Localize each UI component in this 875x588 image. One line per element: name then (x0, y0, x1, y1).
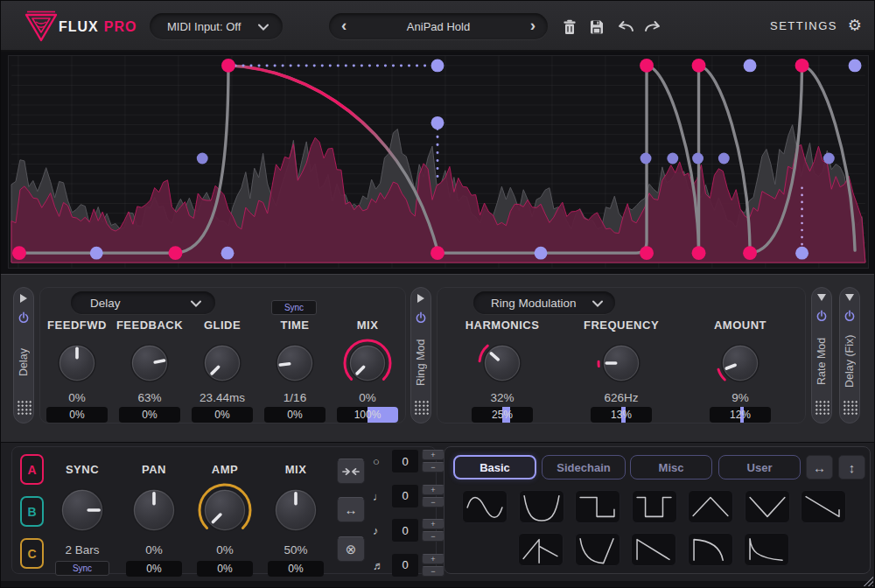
envelope-curve-handle[interactable] (197, 153, 208, 164)
gear-icon[interactable]: ⚙ (848, 16, 862, 35)
envelope-node-pink[interactable] (692, 246, 706, 260)
envelope-node-pink[interactable] (795, 59, 809, 73)
envelope-node-purple[interactable] (221, 247, 234, 260)
undo-icon[interactable] (615, 18, 636, 36)
stepper-increment-button[interactable]: + (422, 485, 444, 495)
drag-handle-icon[interactable] (17, 400, 32, 415)
expand-right-icon[interactable] (20, 294, 27, 303)
mod-amount-slider[interactable]: 0% (197, 561, 253, 577)
mod-amount-slider[interactable]: 13% (591, 407, 652, 423)
mod-amount-slider[interactable]: 0% (264, 407, 326, 423)
mod-amount-slider[interactable]: 0% (268, 561, 324, 577)
knob-glide[interactable] (197, 338, 248, 388)
lfo-sync-toggle[interactable]: Sync (55, 561, 109, 576)
preset-selector[interactable]: ‹ AniPad Hold › (329, 13, 548, 39)
envelope-curve-handle[interactable] (823, 153, 835, 164)
wave-tab-user[interactable]: User (718, 455, 801, 480)
knob-harmonics[interactable] (477, 338, 528, 388)
wave-tile-ramp-down[interactable] (631, 533, 676, 566)
stepper-increment-button[interactable]: + (422, 450, 444, 460)
envelope-node-purple[interactable] (744, 59, 757, 72)
wave-tile-triangle[interactable] (688, 490, 733, 523)
stretch-horizontal-button[interactable]: ↔ (337, 497, 365, 522)
mod-amount-slider[interactable]: 0% (119, 407, 180, 423)
rail-rate-mod[interactable]: Rate Mod (811, 287, 832, 424)
flip-vertical-button[interactable]: ↕ (838, 455, 865, 480)
knob-feedfwd[interactable] (52, 338, 102, 388)
envelope-node-purple[interactable] (535, 247, 548, 260)
envelope-node-pink[interactable] (640, 246, 654, 260)
envelope-editor[interactable] (8, 55, 869, 269)
drag-handle-icon[interactable] (843, 400, 858, 415)
expand-down-icon[interactable] (845, 294, 854, 301)
envelope-node-pink[interactable] (640, 59, 654, 73)
envelope-node-purple[interactable] (795, 247, 808, 260)
flip-horizontal-button[interactable]: ↔ (806, 455, 833, 480)
wave-tile-saw-down[interactable] (801, 490, 846, 523)
stepper-increment-button[interactable]: + (422, 519, 444, 529)
knob-mix[interactable] (342, 338, 393, 388)
power-icon[interactable] (414, 311, 428, 325)
knob-mix[interactable] (268, 482, 324, 538)
envelope-node-pink[interactable] (169, 246, 183, 260)
delay-effect-dropdown[interactable]: Delay (71, 291, 215, 314)
knob-sync[interactable] (54, 482, 110, 538)
wave-tab-basic[interactable]: Basic (453, 455, 536, 480)
envelope-node-purple[interactable] (431, 116, 444, 130)
power-icon[interactable] (815, 309, 829, 323)
mod-amount-slider[interactable]: 0% (126, 561, 182, 577)
delay-sync-toggle[interactable]: Sync (271, 300, 317, 315)
wave-tile-exp-decay[interactable] (744, 533, 789, 566)
stepper-decrement-button[interactable]: − (422, 462, 444, 472)
mod-amount-slider[interactable]: 25% (472, 407, 533, 423)
knob-amount[interactable] (715, 338, 766, 388)
drag-handle-icon[interactable] (815, 400, 830, 415)
save-icon[interactable] (588, 18, 606, 36)
knob-time[interactable] (270, 338, 320, 388)
rail-ring-mod[interactable]: Ring Mod (410, 287, 431, 424)
stepper-decrement-button[interactable]: − (422, 566, 444, 577)
envelope-curve-handle[interactable] (692, 153, 704, 164)
mod-amount-slider[interactable]: 100% (337, 407, 398, 423)
mod-amount-slider[interactable]: 12% (710, 407, 771, 423)
expand-right-icon[interactable] (417, 294, 424, 303)
stepper-increment-button[interactable]: + (422, 554, 444, 564)
knob-frequency[interactable] (596, 338, 647, 388)
envelope-node-pink[interactable] (430, 246, 444, 260)
preset-next-button[interactable]: › (530, 17, 536, 33)
envelope-node-purple[interactable] (431, 59, 444, 72)
wave-tile-plateau-drop[interactable] (688, 533, 733, 566)
knob-amp[interactable] (197, 482, 253, 538)
envelope-node-pink[interactable] (692, 59, 706, 73)
power-icon[interactable] (843, 309, 857, 323)
mod-amount-slider[interactable]: 0% (46, 407, 108, 423)
settings-button[interactable]: SETTINGS (770, 19, 837, 32)
expand-down-icon[interactable] (817, 294, 826, 301)
wave-tile-sine[interactable] (462, 490, 508, 523)
wave-tile-square-notch[interactable] (632, 490, 677, 523)
envelope-node-pink[interactable] (221, 59, 235, 73)
stepper-decrement-button[interactable]: − (422, 531, 444, 542)
rail-delay-fix[interactable]: Delay (Fix) (839, 287, 860, 424)
wave-tab-sidechain[interactable]: Sidechain (542, 455, 626, 480)
envelope-curve-handle[interactable] (667, 153, 678, 164)
drag-handle-icon[interactable] (414, 400, 429, 415)
envelope-node-purple[interactable] (90, 247, 103, 260)
power-icon[interactable] (17, 311, 31, 325)
envelope-node-purple[interactable] (849, 59, 862, 72)
ringmod-effect-dropdown[interactable]: Ring Modulation (473, 291, 615, 314)
cancel-button[interactable]: ⊗ (337, 536, 365, 562)
wave-tile-saw-updown[interactable] (518, 533, 564, 566)
trash-icon[interactable] (561, 18, 578, 36)
wave-tile-square[interactable] (575, 490, 620, 523)
redo-icon[interactable] (642, 18, 663, 36)
envelope-node-pink[interactable] (743, 246, 757, 260)
wave-tile-triangle-inverted[interactable] (745, 490, 790, 523)
envelope-curve-handle[interactable] (640, 153, 652, 164)
wave-tile-exp-valley[interactable] (575, 533, 620, 566)
knob-pan[interactable] (126, 482, 182, 538)
rail-delay[interactable]: Delay (13, 287, 34, 424)
preset-prev-button[interactable]: ‹ (341, 17, 346, 33)
pinch-horizontal-button[interactable] (337, 458, 365, 484)
wave-tile-sine-inverted[interactable] (519, 490, 564, 523)
